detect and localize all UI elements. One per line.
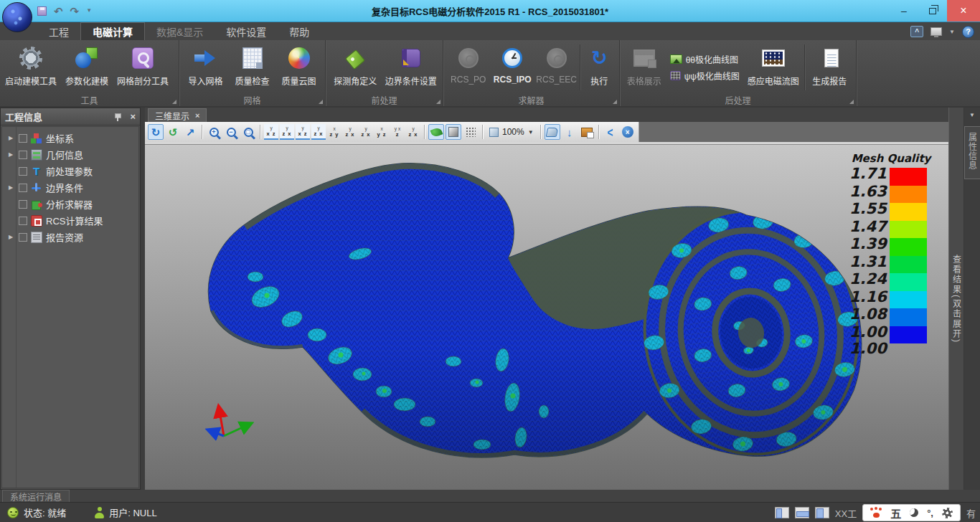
pan-resize-button[interactable]: ↗ bbox=[182, 124, 198, 140]
layout-left-panel-button[interactable] bbox=[775, 507, 789, 518]
refresh-view-button[interactable]: ↺ bbox=[165, 124, 181, 140]
quality-check-button[interactable]: 质量检查 bbox=[229, 42, 275, 93]
axis-view-button[interactable]: yx z bbox=[264, 124, 278, 140]
export-down-button[interactable]: ↓ bbox=[562, 124, 578, 140]
points-display-button[interactable] bbox=[463, 124, 479, 140]
tree-item-preprocess-params[interactable]: 前处理参数 bbox=[4, 163, 138, 179]
close-button[interactable]: × bbox=[947, 0, 980, 22]
tree-checkbox[interactable] bbox=[19, 217, 27, 225]
psi-polarization-curve-button[interactable]: ψψ极化曲线图 bbox=[670, 70, 740, 82]
tab-project[interactable]: 工程 bbox=[37, 22, 80, 40]
ime-punctuation[interactable]: °, bbox=[927, 508, 933, 518]
pin-icon[interactable] bbox=[114, 113, 121, 121]
help-button[interactable]: ? bbox=[962, 26, 974, 38]
induced-current-map-button[interactable]: 感应电磁流图 bbox=[744, 42, 803, 93]
group-dialog-launcher[interactable] bbox=[319, 100, 323, 104]
mesh-partition-tool-button[interactable]: 网格剖分工具 bbox=[115, 42, 171, 93]
layout-bottom-panel-button[interactable] bbox=[795, 507, 809, 518]
cancel-button[interactable]: × bbox=[620, 124, 636, 140]
zoom-fit-button[interactable]: □ bbox=[240, 124, 256, 140]
tab-close-icon[interactable]: × bbox=[195, 111, 199, 120]
axis-view-button[interactable]: xy z bbox=[374, 124, 389, 140]
display-style-dropdown-icon[interactable]: ▼ bbox=[949, 29, 955, 35]
group-dialog-launcher[interactable] bbox=[436, 100, 440, 104]
tree-checkbox[interactable] bbox=[19, 233, 27, 242]
system-messages-tab[interactable]: 系统运行消息 bbox=[2, 490, 70, 502]
zoom-out-button[interactable]: − bbox=[223, 124, 239, 140]
tree-item-rcs-results[interactable]: RCS计算结果 bbox=[4, 212, 138, 229]
group-dialog-launcher[interactable] bbox=[849, 100, 854, 104]
display-style-icon[interactable] bbox=[930, 27, 942, 36]
tree-item-geometry-info[interactable]: ▶ 几何信息 bbox=[4, 146, 138, 163]
execute-button[interactable]: ↻ 执行 bbox=[582, 42, 616, 93]
restore-button[interactable] bbox=[918, 0, 947, 22]
viewport-3d-scene[interactable] bbox=[145, 145, 948, 490]
rcs-ipo-button[interactable]: RCS_IPO bbox=[490, 42, 534, 93]
boundary-condition-button[interactable]: 边界条件设置 bbox=[382, 42, 440, 93]
group-label-solver: 求解器 bbox=[518, 94, 544, 106]
layout-wide-panel-button[interactable] bbox=[815, 507, 829, 518]
ime-moon-icon[interactable] bbox=[910, 508, 918, 517]
parameter-T-icon bbox=[31, 166, 42, 177]
tree-checkbox[interactable] bbox=[19, 151, 27, 159]
zoom-in-button[interactable]: + bbox=[206, 124, 222, 140]
project-tree-body: ▶ 坐标系 ▶ 几何信息 前处理参 bbox=[1, 126, 139, 488]
group-dialog-launcher[interactable] bbox=[613, 100, 617, 104]
panel-close-icon[interactable]: × bbox=[130, 112, 136, 121]
share-button[interactable]: < bbox=[603, 124, 618, 140]
rcs-eec-button[interactable]: RCS_EEC bbox=[534, 42, 578, 93]
parametric-modeling-button[interactable]: 参数化建模 bbox=[59, 42, 115, 93]
tab-help[interactable]: 帮助 bbox=[278, 22, 321, 40]
status-text: 状态: 就绪 bbox=[24, 506, 66, 519]
magnifier-minus-icon: − bbox=[227, 128, 236, 137]
quality-cloud-map-button[interactable]: 质量云图 bbox=[275, 42, 322, 93]
minimize-button[interactable]: – bbox=[890, 0, 918, 22]
theta-polarization-curve-button[interactable]: θθ极化曲线图 bbox=[670, 53, 740, 65]
tree-item-analysis-solver[interactable]: 分析求解器 bbox=[4, 196, 138, 212]
geometry-icon bbox=[31, 149, 42, 161]
generate-report-button[interactable]: 生成报告 bbox=[806, 42, 853, 93]
axis-view-button[interactable]: y xz bbox=[390, 124, 405, 140]
probe-angle-button[interactable]: 探测角定义 bbox=[329, 42, 382, 93]
viewport-3d[interactable]: Mesh Quality 1.71 1.63 1.55 1.47 1.39 1.… bbox=[145, 142, 948, 490]
flat-shading-button[interactable] bbox=[446, 124, 461, 140]
copy-image-button[interactable] bbox=[579, 124, 595, 140]
app-logo-icon[interactable] bbox=[2, 2, 32, 32]
axis-view-button[interactable]: yz x bbox=[280, 124, 294, 140]
zoom-dropdown-icon[interactable]: ▼ bbox=[528, 129, 534, 136]
tree-checkbox[interactable] bbox=[19, 184, 27, 192]
import-mesh-button[interactable]: 导入网格 bbox=[182, 42, 229, 93]
smooth-shading-button[interactable] bbox=[428, 124, 444, 140]
tab-list-dropdown-icon[interactable]: ▼ bbox=[969, 108, 975, 122]
axis-view-button[interactable]: yz x bbox=[406, 124, 420, 140]
orbit-rotate-button[interactable]: ↻ bbox=[148, 124, 164, 140]
tree-item-coordinate-system[interactable]: ▶ 坐标系 bbox=[4, 130, 138, 146]
viewport-toolbar: ↻ ↺ ↗ + − □ yx z yz x yx z yz x xz y yz … bbox=[145, 122, 639, 142]
axis-view-button[interactable]: yz x bbox=[311, 124, 326, 140]
property-info-tab[interactable]: 属性信息 bbox=[964, 126, 980, 179]
surface-mode-button[interactable] bbox=[545, 124, 560, 140]
tab-em-compute[interactable]: 电磁计算 bbox=[80, 22, 145, 40]
tree-checkbox[interactable] bbox=[19, 134, 27, 143]
rcs-po-button[interactable]: RCS_PO bbox=[446, 42, 490, 93]
axis-view-button[interactable]: yz x bbox=[343, 124, 357, 140]
axis-view-button[interactable]: yz x bbox=[359, 124, 373, 140]
results-expand-bar[interactable]: 查看结果(双击展开) bbox=[948, 108, 964, 490]
collapse-ribbon-button[interactable]: ^ bbox=[910, 26, 923, 37]
tree-item-report-resources[interactable]: ▶ 报告资源 bbox=[4, 229, 138, 245]
axis-view-button[interactable]: yx z bbox=[296, 124, 310, 140]
tab-data-display[interactable]: 数据&显示 bbox=[145, 22, 215, 40]
table-display-button[interactable]: 表格展示 bbox=[623, 42, 666, 93]
ime-wubi-mode[interactable]: 五 bbox=[890, 506, 901, 521]
ime-paw-icon[interactable] bbox=[870, 508, 882, 518]
tab-3d-display[interactable]: 三维显示 × bbox=[148, 108, 207, 122]
tree-item-boundary-conditions[interactable]: ▶ 边界条件 bbox=[4, 179, 138, 196]
group-dialog-launcher[interactable] bbox=[172, 100, 176, 104]
axis-view-button[interactable]: xz y bbox=[327, 124, 341, 140]
tab-software-settings[interactable]: 软件设置 bbox=[215, 22, 278, 40]
launch-modeling-tool-button[interactable]: 启动建模工具 bbox=[3, 42, 59, 93]
tree-checkbox[interactable] bbox=[19, 200, 27, 209]
zoom-level-select[interactable]: 100% ▼ bbox=[486, 127, 537, 137]
tree-checkbox[interactable] bbox=[19, 167, 27, 176]
ime-settings-gear-icon[interactable] bbox=[942, 508, 953, 518]
